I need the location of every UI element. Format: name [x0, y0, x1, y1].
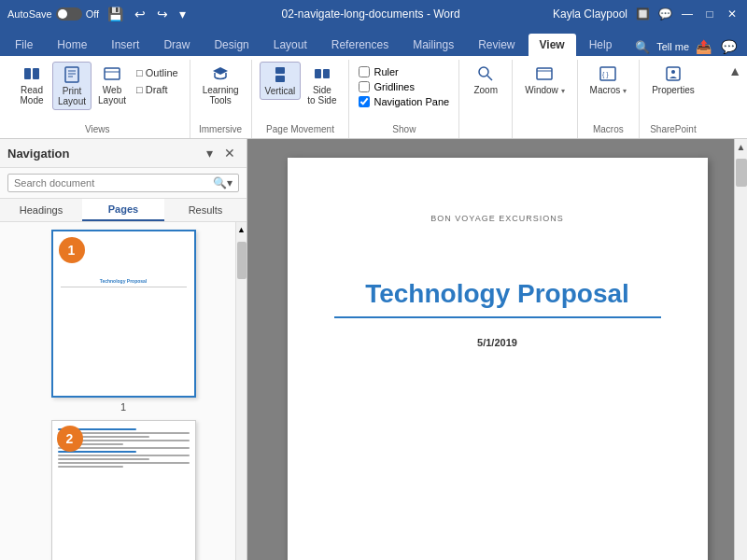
sharepoint-label: SharePoint [650, 122, 696, 138]
learning-tools-btn[interactable]: LearningTools [198, 62, 244, 108]
save-quick-btn[interactable]: 💾 [105, 5, 126, 23]
tab-review[interactable]: Review [467, 34, 526, 56]
thumb2-line-11 [58, 466, 124, 468]
nav-pane-settings-btn[interactable]: ▾ [203, 145, 217, 161]
tab-insert[interactable]: Insert [100, 34, 150, 56]
svg-rect-8 [275, 67, 285, 74]
page-thumb-1[interactable]: 1 Technology Proposal 1 [51, 230, 196, 413]
print-layout-label: PrintLayout [58, 86, 86, 106]
web-layout-icon [103, 64, 121, 83]
nav-pane-controls: ▾ ✕ [203, 145, 239, 161]
tab-home[interactable]: Home [46, 34, 98, 56]
toggle-knob [58, 9, 67, 19]
autosave-switch[interactable] [56, 7, 82, 21]
main-area: Navigation ▾ ✕ 🔍 ▾ Headings Pages Result… [0, 139, 747, 560]
page-thumb-2[interactable]: 2 [51, 420, 196, 560]
nav-pane-checkbox[interactable]: Navigation Pane [357, 95, 451, 108]
page-thumb-inner-1: 1 Technology Proposal [51, 230, 196, 398]
read-mode-btn[interactable]: ReadMode [13, 62, 50, 108]
properties-btn[interactable]: Properties [647, 62, 699, 98]
window-icon [535, 64, 554, 83]
comments-ribbon-btn[interactable]: 💬 [718, 37, 740, 56]
tab-help[interactable]: Help [578, 34, 624, 56]
close-btn[interactable]: ✕ [725, 7, 740, 21]
ruler-check[interactable] [359, 66, 370, 77]
nav-pane-close-btn[interactable]: ✕ [220, 145, 239, 161]
comments-btn[interactable]: 💬 [657, 7, 672, 21]
macros-label: Macros ▾ [590, 85, 627, 95]
tab-view[interactable]: View [529, 34, 576, 56]
side-to-side-btn[interactable]: Sideto Side [303, 62, 341, 108]
show-buttons: Ruler Gridlines Navigation Pane [357, 60, 451, 122]
gridlines-check[interactable] [359, 81, 370, 92]
title-bar-center: 02-navigate-long-documents - Word [189, 7, 553, 21]
doc-date: 5/1/2019 [477, 337, 517, 348]
share-btn[interactable]: 🔲 [635, 7, 650, 21]
ribbon-right-actions: 🔍 Tell me 📤 💬 [632, 37, 743, 56]
gridlines-checkbox[interactable]: Gridlines [357, 80, 416, 93]
file-name: 02-navigate-long-documents - Word [281, 7, 459, 21]
outline-btn[interactable]: □ Outline [133, 65, 182, 80]
macros-buttons: { } Macros ▾ [585, 60, 632, 122]
immersive-buttons: LearningTools [198, 60, 244, 122]
vertical-btn[interactable]: Vertical [260, 62, 302, 100]
web-layout-btn[interactable]: WebLayout [93, 62, 131, 108]
share-ribbon-btn[interactable]: 📤 [693, 37, 714, 56]
search-input[interactable] [14, 177, 213, 189]
svg-rect-10 [315, 69, 321, 78]
thumb-title-1: Technology Proposal [53, 278, 194, 284]
page-badge-2: 2 [57, 426, 83, 452]
doc-area: BON VOYAGE EXCURSIONS Technology Proposa… [247, 139, 747, 560]
minimize-btn[interactable]: — [680, 7, 695, 21]
nav-search: 🔍 ▾ [0, 168, 247, 199]
tab-references[interactable]: References [320, 34, 400, 56]
outline-draft-group: □ Outline □ Draft [133, 62, 182, 97]
doc-vscroll[interactable]: ▲ ▼ [734, 139, 747, 560]
nav-tab-headings[interactable]: Headings [0, 199, 82, 221]
tab-draw[interactable]: Draw [152, 34, 201, 56]
tab-design[interactable]: Design [203, 34, 260, 56]
maximize-btn[interactable]: □ [702, 7, 717, 21]
collapse-ribbon-btn[interactable]: ▲ [728, 63, 741, 78]
quick-access-dropdown[interactable]: ▾ [176, 5, 189, 23]
nav-pane-header: Navigation ▾ ✕ [0, 139, 247, 168]
macros-group-label: Macros [593, 122, 624, 138]
window-label: Window ▾ [525, 85, 564, 95]
zoom-btn[interactable]: Zoom [467, 62, 504, 98]
nav-scrollbar[interactable]: ▲ ▼ [235, 222, 247, 560]
autosave-state: Off [86, 8, 99, 20]
ribbon-group-sharepoint: Properties SharePoint [640, 60, 707, 138]
search-dropdown-btn[interactable]: ▾ [227, 176, 233, 189]
redo-btn[interactable]: ↪ [154, 5, 171, 23]
window-btn[interactable]: Window ▾ [520, 62, 569, 98]
tab-file[interactable]: File [4, 34, 44, 56]
svg-rect-2 [65, 67, 78, 82]
svg-rect-9 [275, 76, 285, 82]
read-mode-icon [22, 64, 41, 83]
tab-mailings[interactable]: Mailings [402, 34, 465, 56]
nav-pane-title: Navigation [7, 147, 69, 161]
ribbon-group-immersive: LearningTools Immersive [190, 60, 252, 138]
thumb2-line-10 [58, 462, 190, 464]
nav-tab-results[interactable]: Results [164, 199, 247, 221]
ribbon: File Home Insert Draw Design Layout Refe… [0, 28, 747, 139]
autosave-toggle[interactable]: AutoSave Off [7, 7, 99, 21]
search-ribbon-btn[interactable]: 🔍 [632, 38, 653, 56]
nav-pane-check[interactable] [359, 96, 370, 107]
nav-scroll-up[interactable]: ▲ [236, 222, 247, 237]
navigation-pane: Navigation ▾ ✕ 🔍 ▾ Headings Pages Result… [0, 139, 247, 560]
doc-scroll-up[interactable]: ▲ [735, 139, 747, 154]
ribbon-group-macros: { } Macros ▾ Macros [578, 60, 641, 138]
views-buttons: ReadMode PrintLayout WebLayout □ Outline… [13, 60, 182, 122]
print-layout-btn[interactable]: PrintLayout [52, 62, 92, 110]
title-bar: AutoSave Off 💾 ↩ ↪ ▾ 02-navigate-long-do… [0, 0, 747, 28]
search-btn[interactable]: 🔍 [213, 176, 227, 189]
tab-layout[interactable]: Layout [262, 34, 318, 56]
ruler-checkbox[interactable]: Ruler [357, 65, 400, 78]
draft-btn[interactable]: □ Draft [133, 82, 182, 97]
macros-btn[interactable]: { } Macros ▾ [585, 62, 632, 98]
nav-tab-pages[interactable]: Pages [82, 199, 164, 221]
page-badge-1: 1 [59, 237, 85, 263]
show-label: Show [392, 122, 416, 138]
undo-btn[interactable]: ↩ [132, 5, 148, 23]
